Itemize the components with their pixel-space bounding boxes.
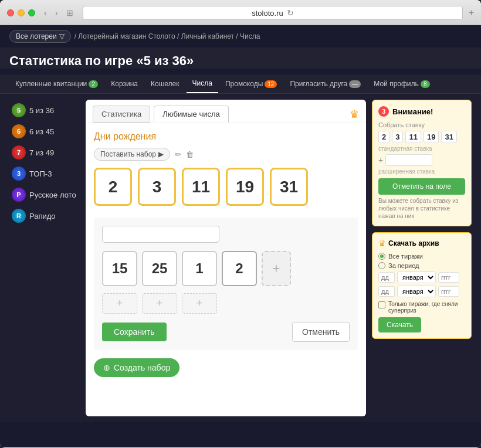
date-from-dd[interactable] — [378, 272, 395, 283]
nav-buttons: ‹ › ⊞ — [41, 7, 77, 19]
sidebar-item-rapido[interactable]: R Рапидо — [9, 205, 80, 226]
panel-content: Дни рождения Поставить набор ▶ ✏ 🗑 2 — [86, 123, 366, 385]
minimize-traffic-light[interactable] — [18, 9, 25, 16]
traffic-lights — [7, 9, 35, 16]
sidebar-item-rusloto[interactable]: Р Русское лото — [9, 184, 80, 205]
sidebar-item-7of49[interactable]: 7 7 из 49 — [9, 142, 80, 163]
plus-btn-0[interactable]: + — [102, 293, 137, 314]
content-area: 5 5 из 36 6 6 из 45 7 7 из 49 3 ТОП-3 Р — [0, 94, 481, 422]
number-ball-3[interactable]: 19 — [226, 168, 264, 206]
edit-icon[interactable]: ✏ — [175, 150, 181, 159]
date-to-year[interactable] — [438, 286, 459, 297]
play-icon: ▶ — [158, 150, 164, 158]
right-sidebar: 3 Внимание! Собрать ставку 2 3 11 19 31 … — [372, 100, 472, 416]
delete-icon[interactable]: 🗑 — [186, 150, 194, 159]
set-controls: Поставить набор ▶ ✏ 🗑 — [94, 148, 358, 161]
mark-field-button[interactable]: Отметить на поле — [378, 178, 465, 195]
collect-stake-label: Собрать ставку — [378, 121, 465, 128]
date-to-month[interactable]: января — [397, 286, 436, 297]
radio-period[interactable]: За период — [378, 262, 465, 269]
number-ball-0[interactable]: 2 — [94, 168, 132, 206]
lottery-select-label: Все лотереи — [16, 32, 57, 40]
date-from-month[interactable]: января — [397, 271, 436, 283]
set-button[interactable]: Поставить набор ▶ — [94, 148, 170, 161]
create-set-button[interactable]: ⊕ Создать набор — [94, 358, 179, 377]
lottery-icon-rapido: R — [12, 209, 26, 223]
mark-hint: Вы можете собрать ставку из любых чисел … — [378, 197, 465, 220]
plus-symbol: + — [378, 155, 383, 165]
standard-stake-label: стандартная ставка — [378, 145, 465, 152]
lottery-icon-6of45: 6 — [12, 124, 26, 138]
edit-numbers-row: 15 25 1 2 + — [102, 251, 350, 286]
lottery-icon-7of49: 7 — [12, 145, 26, 159]
superprize-checkbox[interactable] — [378, 301, 385, 308]
plus-btn-1[interactable]: + — [142, 293, 177, 314]
title-area: Статистика по игре «5 из 36» — [0, 47, 481, 69]
number-ball-4[interactable]: 31 — [270, 168, 308, 206]
number-ball-2[interactable]: 11 — [182, 168, 220, 206]
stake-plus-row: + — [378, 154, 465, 166]
crown-icon: ♛ — [350, 108, 359, 121]
date-from-year[interactable] — [438, 272, 459, 283]
download-button[interactable]: Скачать — [378, 317, 421, 332]
edit-number-3[interactable]: 2 — [222, 251, 257, 286]
nav-item-promo[interactable]: Промокоды 12 — [219, 75, 283, 93]
add-number-button[interactable]: + — [262, 251, 291, 286]
extended-stake-label: расширенная ставка — [378, 168, 465, 175]
edit-number-2[interactable]: 1 — [182, 251, 217, 286]
save-button[interactable]: Сохранить — [102, 323, 167, 341]
cancel-button[interactable]: Отменить — [292, 322, 350, 342]
new-tab-button[interactable]: + — [469, 8, 474, 18]
nav-item-tickets[interactable]: Купленные квитанции 2 — [9, 75, 104, 93]
number-ball-1[interactable]: 3 — [138, 168, 176, 206]
radio-button-period[interactable] — [378, 262, 385, 269]
nav-item-cart[interactable]: Корзина — [105, 75, 144, 93]
edit-plus-row: + + + — [102, 293, 350, 314]
main-panel: Статистика Любимые числа ♛ Дни рождения … — [86, 100, 366, 416]
date-to-dd[interactable] — [378, 286, 395, 297]
date-row-from: января — [378, 271, 465, 283]
maximize-traffic-light[interactable] — [28, 9, 35, 16]
breadcrumb: / Лотерейный магазин Столото / Личный ка… — [74, 32, 260, 40]
plus-btn-2[interactable]: + — [182, 293, 217, 314]
page: Все лотереи ▽ / Лотерейный магазин Столо… — [0, 25, 481, 447]
stake-num-3[interactable]: 19 — [424, 131, 439, 143]
nav-item-wallet[interactable]: Кошелек — [145, 75, 185, 93]
back-button[interactable]: ‹ — [41, 7, 50, 19]
address-bar: stoloto.ru ↻ — [83, 6, 462, 20]
checkbox-row: Только тиражи, где сняли суперприз — [378, 301, 465, 314]
stake-num-2[interactable]: 11 — [405, 131, 421, 143]
set-name-input[interactable] — [102, 226, 219, 243]
sidebar-item-6of45[interactable]: 6 6 из 45 — [9, 121, 80, 142]
sidebar-item-5of36[interactable]: 5 5 из 36 — [9, 100, 80, 121]
download-box: ♛ Скачать архив Все тиражи За период — [372, 232, 472, 339]
tab-favorite-numbers[interactable]: Любимые числа — [154, 106, 228, 123]
download-header: ♛ Скачать архив — [378, 239, 465, 248]
window-mode-button[interactable]: ⊞ — [63, 7, 77, 19]
close-traffic-light[interactable] — [7, 9, 14, 16]
radio-button-all[interactable] — [378, 253, 385, 260]
stake-extended-input[interactable] — [385, 154, 432, 166]
numbers-row: 2 3 11 19 31 — [94, 168, 358, 206]
url-text: stoloto.ru — [252, 9, 283, 18]
edit-number-0[interactable]: 15 — [102, 251, 137, 286]
tab-statistics[interactable]: Статистика — [93, 106, 150, 123]
attention-box: 3 Внимание! Собрать ставку 2 3 11 19 31 … — [372, 100, 472, 226]
panel-tabs: Статистика Любимые числа ♛ — [86, 100, 366, 123]
radio-all-draws[interactable]: Все тиражи — [378, 253, 465, 260]
attention-badge: 3 — [378, 106, 389, 117]
reload-button[interactable]: ↻ — [287, 8, 294, 18]
stake-num-4[interactable]: 31 — [441, 131, 456, 143]
section-title: Дни рождения — [94, 131, 358, 142]
lottery-select[interactable]: Все лотереи ▽ — [9, 30, 71, 43]
lottery-icon-5of36: 5 — [12, 103, 26, 117]
edit-number-1[interactable]: 25 — [142, 251, 177, 286]
attention-header: 3 Внимание! — [378, 106, 465, 117]
stake-num-0[interactable]: 2 — [378, 131, 389, 143]
nav-item-invite[interactable]: Пригласить друга — — [284, 75, 367, 93]
nav-item-numbers[interactable]: Числа — [187, 74, 218, 93]
nav-item-profile[interactable]: Мой профиль 8 — [368, 75, 436, 93]
forward-button[interactable]: › — [52, 7, 61, 19]
stake-num-1[interactable]: 3 — [392, 131, 403, 143]
sidebar-item-top3[interactable]: 3 ТОП-3 — [9, 163, 80, 184]
